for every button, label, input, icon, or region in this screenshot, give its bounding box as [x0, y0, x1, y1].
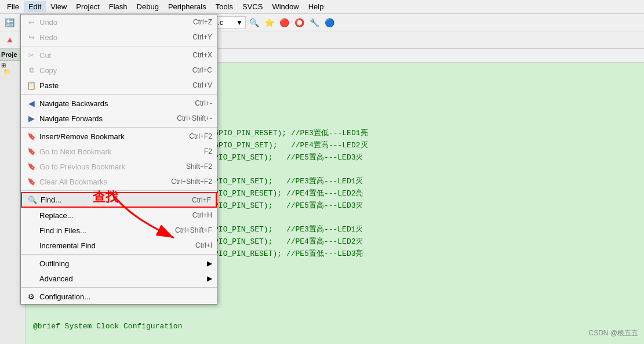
- menu-item-configuration[interactable]: ⚙ Configuration...: [21, 289, 217, 304]
- insert-bookmark-icon: 🔖: [26, 132, 37, 140]
- menu-view[interactable]: View: [46, 1, 71, 12]
- redo-icon: ↪: [26, 33, 37, 42]
- incr-find-icon: [26, 241, 37, 250]
- incr-find-label: Incremental Find: [39, 241, 191, 250]
- redo-label: Redo: [39, 33, 188, 42]
- insert-bookmark-label: Insert/Remove Bookmark: [39, 132, 184, 141]
- menu-file[interactable]: File: [2, 1, 24, 12]
- menu-item-clear-bookmarks[interactable]: 🔖 Clear All Bookmarks Ctrl+Shift+F2: [21, 174, 217, 189]
- find-icon: 🔍: [27, 195, 38, 204]
- nav-fwd-icon: ▶: [26, 114, 37, 123]
- nav-back-label: Navigate Backwards: [39, 99, 190, 108]
- edit-menu-dropdown: ↩ Undo Ctrl+Z ↪ Redo Ctrl+Y ✂ Cut Ctrl+X…: [20, 14, 217, 305]
- nav-fwd-label: Navigate Forwards: [39, 114, 172, 123]
- cut-icon: ✂: [26, 51, 37, 60]
- nav-back-shortcut: Ctrl+-: [195, 99, 212, 107]
- undo-shortcut: Ctrl+Z: [193, 18, 212, 26]
- replace-icon: [26, 211, 37, 220]
- next-bookmark-label: Go to Next Bookmark: [39, 147, 199, 156]
- next-bookmark-shortcut: F2: [204, 147, 212, 155]
- incr-find-shortcut: Ctrl+I: [195, 241, 212, 249]
- divider-1: [21, 46, 217, 46]
- clear-bookmarks-label: Clear All Bookmarks: [39, 178, 166, 186]
- menu-window[interactable]: Window: [267, 1, 303, 12]
- menu-peripherals[interactable]: Peripherals: [163, 1, 211, 12]
- toolbar-btn-1[interactable]: 🔙: [2, 16, 16, 30]
- copy-label: Copy: [39, 66, 188, 75]
- menu-flash[interactable]: Flash: [104, 1, 132, 12]
- menu-item-nav-back[interactable]: ◀ Navigate Backwards Ctrl+-: [21, 96, 217, 111]
- menu-item-prev-bookmark[interactable]: 🔖 Go to Previous Bookmark Shift+F2: [21, 159, 217, 174]
- menu-item-redo[interactable]: ↪ Redo Ctrl+Y: [21, 30, 217, 45]
- menu-item-find-files[interactable]: Find in Files... Ctrl+Shift+F: [21, 223, 217, 238]
- nav-fwd-shortcut: Ctrl+Shift+-: [177, 114, 212, 122]
- menu-item-cut[interactable]: ✂ Cut Ctrl+X: [21, 48, 217, 63]
- divider-4: [21, 190, 217, 191]
- menu-item-replace[interactable]: Replace... Ctrl+H: [21, 208, 217, 223]
- toolbar-btn-10[interactable]: 🔍: [247, 16, 261, 30]
- prev-bookmark-icon: 🔖: [26, 162, 37, 171]
- divider-6: [21, 287, 217, 288]
- menu-item-advanced[interactable]: Advanced ▶: [21, 271, 217, 286]
- toolbar-btn-15[interactable]: 🔵: [322, 16, 336, 30]
- toolbar-btn-13[interactable]: ⭕: [292, 16, 306, 30]
- configuration-icon: ⚙: [26, 292, 37, 301]
- undo-label: Undo: [39, 18, 188, 27]
- toolbar-btn-14[interactable]: 🔧: [307, 16, 321, 30]
- replace-shortcut: Ctrl+H: [192, 211, 212, 219]
- find-files-icon: [26, 226, 37, 235]
- prev-bookmark-shortcut: Shift+F2: [186, 162, 212, 171]
- menu-item-undo[interactable]: ↩ Undo Ctrl+Z: [21, 15, 217, 30]
- toolbar2-btn-1[interactable]: 🔺: [2, 33, 16, 47]
- menu-project[interactable]: Project: [71, 1, 104, 12]
- toolbar-btn-12[interactable]: 🔴: [277, 16, 291, 30]
- menubar: File Edit View Project Flash Debug Perip…: [0, 0, 644, 14]
- advanced-arrow: ▶: [207, 274, 212, 283]
- advanced-icon: [26, 274, 37, 283]
- clear-bookmarks-icon: 🔖: [26, 178, 37, 186]
- divider-2: [21, 94, 217, 95]
- paste-shortcut: Ctrl+V: [192, 81, 212, 89]
- find-label: Find...: [41, 195, 187, 204]
- clear-bookmarks-shortcut: Ctrl+Shift+F2: [171, 178, 212, 186]
- watermark: CSDN @根五五: [588, 328, 638, 338]
- menu-item-paste[interactable]: 📋 Paste Ctrl+V: [21, 78, 217, 93]
- toolbar-btn-11[interactable]: ⭐: [262, 16, 276, 30]
- cut-label: Cut: [39, 51, 188, 60]
- divider-5: [21, 254, 217, 255]
- nav-back-icon: ◀: [26, 99, 37, 108]
- menu-item-find[interactable]: 🔍 Find... Ctrl+F: [21, 192, 217, 208]
- find-files-label: Find in Files...: [39, 226, 170, 235]
- find-shortcut: Ctrl+F: [192, 196, 211, 204]
- outlining-arrow: ▶: [207, 259, 212, 267]
- code-line-22: @brief System Clock Configuration: [33, 321, 637, 333]
- copy-icon: ⧉: [26, 66, 37, 75]
- undo-icon: ↩: [26, 18, 37, 27]
- menu-item-insert-bookmark[interactable]: 🔖 Insert/Remove Bookmark Ctrl+F2: [21, 129, 217, 144]
- outlining-icon: [26, 259, 37, 268]
- menu-tools[interactable]: Tools: [211, 1, 238, 12]
- insert-bookmark-shortcut: Ctrl+F2: [189, 132, 212, 140]
- menu-item-nav-fwd[interactable]: ▶ Navigate Forwards Ctrl+Shift+-: [21, 111, 217, 126]
- code-line-21: [33, 309, 637, 321]
- replace-label: Replace...: [39, 211, 188, 220]
- outlining-label: Outlining: [39, 259, 205, 268]
- dropdown-arrow: ▼: [236, 19, 243, 27]
- paste-label: Paste: [39, 81, 188, 90]
- menu-debug[interactable]: Debug: [132, 1, 163, 12]
- menu-item-incr-find[interactable]: Incremental Find Ctrl+I: [21, 238, 217, 253]
- menu-help[interactable]: Help: [304, 1, 329, 12]
- redo-shortcut: Ctrl+Y: [192, 33, 212, 41]
- find-files-shortcut: Ctrl+Shift+F: [175, 226, 212, 234]
- paste-icon: 📋: [26, 81, 37, 90]
- advanced-label: Advanced: [39, 274, 205, 283]
- menu-item-next-bookmark[interactable]: 🔖 Go to Next Bookmark F2: [21, 144, 217, 159]
- configuration-label: Configuration...: [39, 292, 212, 301]
- menu-edit[interactable]: Edit: [24, 1, 46, 12]
- menu-svcs[interactable]: SVCS: [238, 1, 267, 12]
- cut-shortcut: Ctrl+X: [192, 51, 212, 59]
- divider-3: [21, 127, 217, 128]
- copy-shortcut: Ctrl+C: [192, 66, 212, 74]
- menu-item-outlining[interactable]: Outlining ▶: [21, 256, 217, 271]
- menu-item-copy[interactable]: ⧉ Copy Ctrl+C: [21, 63, 217, 78]
